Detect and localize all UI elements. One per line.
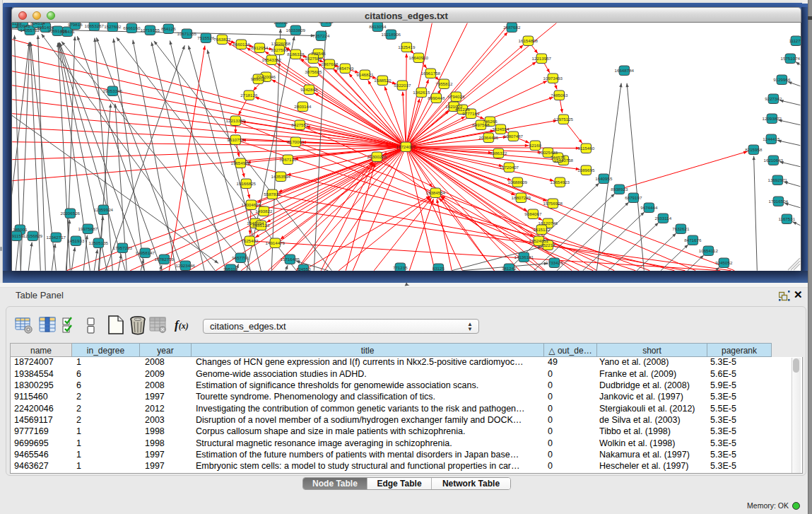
- svg-text:12156829: 12156829: [23, 233, 43, 238]
- svg-text:8186328: 8186328: [287, 52, 305, 57]
- svg-text:9327506: 9327506: [271, 47, 288, 52]
- svg-text:804514: 804514: [30, 23, 45, 25]
- svg-text:10688609: 10688609: [508, 180, 528, 185]
- svg-text:544575: 544575: [551, 155, 565, 160]
- svg-text:19218906: 19218906: [382, 32, 401, 37]
- svg-text:8427552: 8427552: [291, 122, 309, 127]
- svg-text:9115460: 9115460: [577, 146, 594, 151]
- svg-text:62160: 62160: [529, 143, 542, 148]
- svg-text:7632621: 7632621: [672, 226, 690, 231]
- svg-text:771235: 771235: [393, 265, 408, 270]
- svg-text:6497568: 6497568: [472, 122, 490, 127]
- svg-text:12213369: 12213369: [226, 118, 246, 123]
- svg-text:2933114: 2933114: [654, 216, 671, 221]
- svg-text:8660124: 8660124: [233, 42, 250, 47]
- svg-text:16961758: 16961758: [421, 71, 441, 76]
- svg-text:7485063: 7485063: [551, 93, 568, 98]
- svg-text:13226058: 13226058: [271, 41, 291, 46]
- svg-text:2687682: 2687682: [503, 25, 521, 30]
- svg-text:9657791: 9657791: [232, 255, 249, 260]
- svg-text:1527602: 1527602: [104, 24, 122, 29]
- svg-text:10719155: 10719155: [141, 28, 160, 33]
- svg-text:8454749: 8454749: [336, 66, 354, 71]
- svg-text:18724007: 18724007: [396, 144, 416, 149]
- svg-text:10973493: 10973493: [543, 76, 563, 81]
- svg-text:381242: 381242: [502, 266, 517, 271]
- svg-text:1640955: 1640955: [595, 176, 613, 181]
- svg-text:2867608: 2867608: [321, 62, 339, 66]
- svg-text:7515526: 7515526: [197, 35, 215, 40]
- svg-text:1325419: 1325419: [398, 45, 416, 49]
- svg-text:3875685: 3875685: [305, 69, 322, 74]
- svg-text:3624554: 3624554: [492, 127, 510, 132]
- svg-text:19384554: 19384554: [426, 190, 446, 195]
- svg-text:9674444: 9674444: [640, 205, 658, 210]
- svg-text:12975125: 12975125: [554, 117, 574, 122]
- svg-text:12923446: 12923446: [176, 263, 196, 268]
- svg-text:979816: 979816: [68, 23, 83, 27]
- svg-text:5322037: 5322037: [394, 83, 411, 88]
- svg-text:10654112: 10654112: [699, 248, 719, 253]
- svg-text:15756928: 15756928: [543, 201, 563, 206]
- svg-text:19975887: 19975887: [78, 226, 98, 231]
- svg-text:2718126: 2718126: [240, 93, 258, 98]
- svg-text:385001: 385001: [13, 227, 28, 232]
- svg-text:19654982: 19654982: [231, 160, 251, 165]
- svg-text:9610755: 9610755: [227, 137, 245, 142]
- svg-text:6966160: 6966160: [123, 25, 141, 30]
- svg-text:12505135: 12505135: [89, 240, 109, 245]
- svg-text:8938923: 8938923: [611, 187, 628, 192]
- svg-text:10025433: 10025433: [539, 150, 558, 155]
- svg-text:14914479: 14914479: [266, 240, 286, 245]
- svg-text:12359924: 12359924: [94, 207, 114, 212]
- svg-text:20691406: 20691406: [48, 28, 68, 33]
- svg-text:6879197: 6879197: [625, 195, 642, 200]
- svg-text:9146821: 9146821: [356, 72, 374, 77]
- svg-text:16210643: 16210643: [764, 158, 784, 163]
- svg-text:15751074: 15751074: [781, 56, 801, 61]
- svg-text:989012: 989012: [251, 76, 266, 81]
- svg-text:7625402: 7625402: [241, 238, 259, 243]
- svg-text:884215: 884215: [319, 23, 334, 24]
- svg-text:165312: 165312: [273, 23, 288, 25]
- svg-text:1167531: 1167531: [778, 216, 795, 221]
- svg-text:7357224: 7357224: [312, 33, 330, 38]
- svg-text:2803144: 2803144: [294, 104, 312, 109]
- svg-text:1362615: 1362615: [413, 90, 430, 95]
- svg-text:8215958: 8215958: [745, 147, 763, 152]
- svg-text:1588520: 1588520: [374, 78, 392, 83]
- svg-text:252214: 252214: [541, 243, 555, 247]
- svg-text:8912954: 8912954: [251, 45, 269, 50]
- svg-text:83125: 83125: [433, 266, 445, 271]
- svg-text:17004678: 17004678: [242, 202, 261, 207]
- svg-text:29053346: 29053346: [103, 88, 123, 93]
- svg-text:1615132: 1615132: [533, 227, 551, 232]
- svg-text:8471676: 8471676: [684, 238, 702, 243]
- svg-text:14353594: 14353594: [271, 174, 291, 179]
- svg-text:14136141: 14136141: [514, 255, 534, 259]
- svg-text:19166825: 19166825: [237, 181, 257, 186]
- svg-text:9777169: 9777169: [462, 111, 480, 116]
- svg-text:1244415: 1244415: [763, 136, 780, 141]
- svg-text:1733426: 1733426: [546, 260, 563, 265]
- svg-text:16782759: 16782759: [155, 257, 175, 262]
- svg-text:8813054: 8813054: [369, 24, 387, 29]
- svg-text:18807249: 18807249: [512, 195, 531, 200]
- svg-text:8990448: 8990448: [428, 95, 445, 100]
- svg-text:14055712: 14055712: [20, 28, 40, 33]
- svg-text:1493822: 1493822: [255, 209, 273, 214]
- svg-text:16120746: 16120746: [539, 221, 558, 226]
- svg-text:854126: 854126: [161, 26, 176, 31]
- svg-text:3267130: 3267130: [279, 157, 297, 162]
- svg-text:18640910: 18640910: [409, 55, 429, 60]
- svg-text:9242848: 9242848: [300, 87, 318, 92]
- svg-text:995113: 995113: [223, 267, 238, 271]
- svg-text:9129966: 9129966: [773, 77, 791, 82]
- svg-text:391159: 391159: [12, 233, 24, 238]
- svg-text:17016504: 17016504: [769, 199, 789, 204]
- svg-text:25300203: 25300203: [367, 154, 387, 159]
- svg-text:15720407: 15720407: [500, 165, 519, 170]
- svg-text:17957223: 17957223: [113, 245, 133, 250]
- svg-text:15716485: 15716485: [281, 257, 300, 262]
- svg-text:1451933: 1451933: [67, 238, 85, 243]
